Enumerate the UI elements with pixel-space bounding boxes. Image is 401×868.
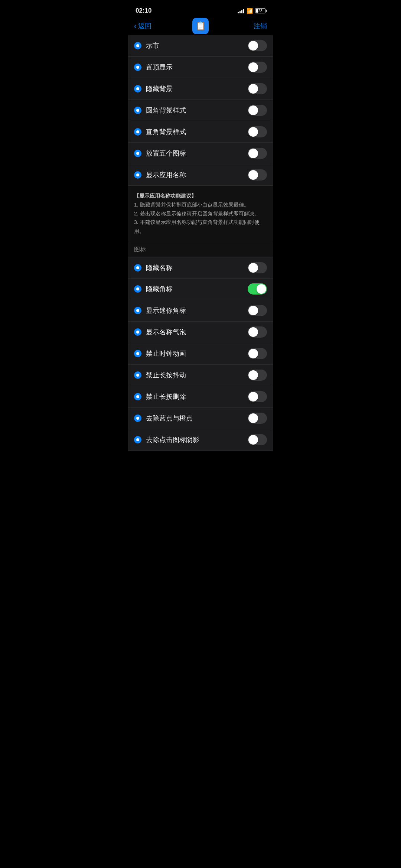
toggle-hide-badge[interactable] xyxy=(248,283,267,295)
radio-dot-hide-title[interactable] xyxy=(134,264,141,272)
label-no-clock-anim: 禁止时钟动画 xyxy=(146,349,186,358)
toggle-no-long-shake[interactable] xyxy=(248,370,267,381)
toggle-remove-dots[interactable] xyxy=(248,413,267,424)
label-pin-top: 置顶显示 xyxy=(146,63,173,72)
icon-row-mini-badge: 显示迷你角标 xyxy=(128,300,273,322)
toggle-no-clock-anim[interactable] xyxy=(248,348,267,359)
label-rect-style: 直角背景样式 xyxy=(146,127,186,136)
radio-dot-show-name[interactable] xyxy=(134,171,141,179)
info-box-title: 【显示应用名称功能建议】 xyxy=(134,192,267,201)
radio-dot-no-clock-anim[interactable] xyxy=(134,350,141,357)
label-hide-badge: 隐藏角标 xyxy=(146,285,173,293)
info-box: 【显示应用名称功能建议】 1. 隐藏背景并保持翻页底部小白点显示效果最佳。2. … xyxy=(128,186,273,242)
setting-row-hide-bg: 隐藏背景 xyxy=(128,78,273,100)
section-header: 图标 xyxy=(128,242,273,257)
label-no-long-delete: 禁止长按删除 xyxy=(146,392,186,401)
radio-dot-remove-shadow[interactable] xyxy=(134,436,141,443)
label-round-style: 圆角背景样式 xyxy=(146,106,186,115)
icon-row-no-clock-anim: 禁止时钟动画 xyxy=(128,343,273,365)
toggle-hide-bg[interactable] xyxy=(248,83,267,94)
radio-dot-no-long-delete[interactable] xyxy=(134,393,141,400)
info-line-0: 1. 隐藏背景并保持翻页底部小白点显示效果最佳。 xyxy=(134,201,267,209)
icon-row-hide-title: 隐藏名称 xyxy=(128,257,273,279)
setting-row-pin-top: 置顶显示 xyxy=(128,56,273,78)
chevron-left-icon: ‹ xyxy=(134,22,137,30)
label-show-name: 显示应用名称 xyxy=(146,170,186,179)
main-setting-rows: 置顶显示 隐藏背景 圆角背景样式 直角背景样式 xyxy=(128,56,273,186)
icon-row-name-bubble: 显示名称气泡 xyxy=(128,322,273,343)
app-icon-emoji: 📋 xyxy=(196,21,206,31)
toggle-mini-badge[interactable] xyxy=(248,305,267,316)
radio-dot-hide-bg[interactable] xyxy=(134,85,141,92)
toggle-name-bubble[interactable] xyxy=(248,326,267,338)
wifi-icon: 📶 xyxy=(247,8,253,14)
icon-row-remove-shadow: 去除点击图标阴影 xyxy=(128,429,273,451)
label-mini-badge: 显示迷你角标 xyxy=(146,306,186,315)
battery-icon: 23 xyxy=(255,8,265,13)
radio-dot-five-icons[interactable] xyxy=(134,150,141,157)
icon-setting-rows: 隐藏名称 隐藏角标 显示迷你角标 显示名称气泡 xyxy=(128,257,273,451)
label-remove-shadow: 去除点击图标阴影 xyxy=(146,435,199,444)
radio-dot-round-style[interactable] xyxy=(134,107,141,114)
nav-center-icon: 📋 xyxy=(192,18,209,34)
icon-row-hide-badge: 隐藏角标 xyxy=(128,279,273,300)
toggle-pin-top[interactable] xyxy=(248,62,267,73)
toggle-five-icons[interactable] xyxy=(248,148,267,159)
toggle-round-style[interactable] xyxy=(248,105,267,116)
label-remove-dots: 去除蓝点与橙点 xyxy=(146,414,193,423)
status-icons: 📶 23 xyxy=(238,8,265,14)
label-hide-title: 隐藏名称 xyxy=(146,263,173,272)
toggle-no-long-delete[interactable] xyxy=(248,391,267,402)
radio-dot-name-bubble[interactable] xyxy=(134,328,141,336)
partial-row-toggle[interactable] xyxy=(248,40,267,51)
radio-dot[interactable] xyxy=(134,42,141,49)
info-box-text: 【显示应用名称功能建议】 1. 隐藏背景并保持翻页底部小白点显示效果最佳。2. … xyxy=(134,192,267,236)
status-bar: 02:10 📶 23 xyxy=(128,0,273,19)
setting-row-rect-style: 直角背景样式 xyxy=(128,121,273,143)
radio-dot-pin-top[interactable] xyxy=(134,64,141,71)
toggle-hide-title[interactable] xyxy=(248,262,267,273)
label-name-bubble: 显示名称气泡 xyxy=(146,328,186,337)
toggle-rect-style[interactable] xyxy=(248,126,267,137)
setting-row-round-style: 圆角背景样式 xyxy=(128,100,273,121)
info-box-lines: 1. 隐藏背景并保持翻页底部小白点显示效果最佳。2. 若出现名称显示偏移请开启圆… xyxy=(134,201,267,236)
app-icon: 📋 xyxy=(192,18,209,34)
label-five-icons: 放置五个图标 xyxy=(146,149,186,158)
radio-dot-mini-badge[interactable] xyxy=(134,307,141,314)
radio-dot-no-long-shake[interactable] xyxy=(134,371,141,379)
partial-row: 示市 xyxy=(128,35,273,56)
info-line-2: 3. 不建议显示应用名称功能与直角背景样式功能同时使用。 xyxy=(134,218,267,236)
icon-row-remove-dots: 去除蓝点与橙点 xyxy=(128,408,273,429)
label-no-long-shake: 禁止长按抖动 xyxy=(146,371,186,380)
info-line-1: 2. 若出现名称显示偏移请开启圆角背景样式即可解决。 xyxy=(134,209,267,218)
icon-row-no-long-shake: 禁止长按抖动 xyxy=(128,365,273,386)
radio-dot-rect-style[interactable] xyxy=(134,128,141,136)
signal-icon xyxy=(238,8,244,13)
radio-dot-hide-badge[interactable] xyxy=(134,285,141,293)
label-hide-bg: 隐藏背景 xyxy=(146,84,173,93)
status-time: 02:10 xyxy=(136,7,151,14)
cancel-button[interactable]: 注销 xyxy=(254,22,267,30)
toggle-show-name[interactable] xyxy=(248,169,267,181)
nav-bar: ‹ 返回 📋 注销 xyxy=(128,19,273,35)
back-button[interactable]: ‹ 返回 xyxy=(134,22,151,30)
setting-row-show-name: 显示应用名称 xyxy=(128,164,273,186)
icon-row-no-long-delete: 禁止长按删除 xyxy=(128,386,273,408)
setting-row-five-icons: 放置五个图标 xyxy=(128,143,273,164)
radio-dot-remove-dots[interactable] xyxy=(134,415,141,422)
settings-list: 示市 置顶显示 隐藏背景 圆角背 xyxy=(128,35,273,451)
partial-row-label: 示市 xyxy=(146,41,159,50)
toggle-remove-shadow[interactable] xyxy=(248,434,267,445)
back-label: 返回 xyxy=(138,22,151,30)
